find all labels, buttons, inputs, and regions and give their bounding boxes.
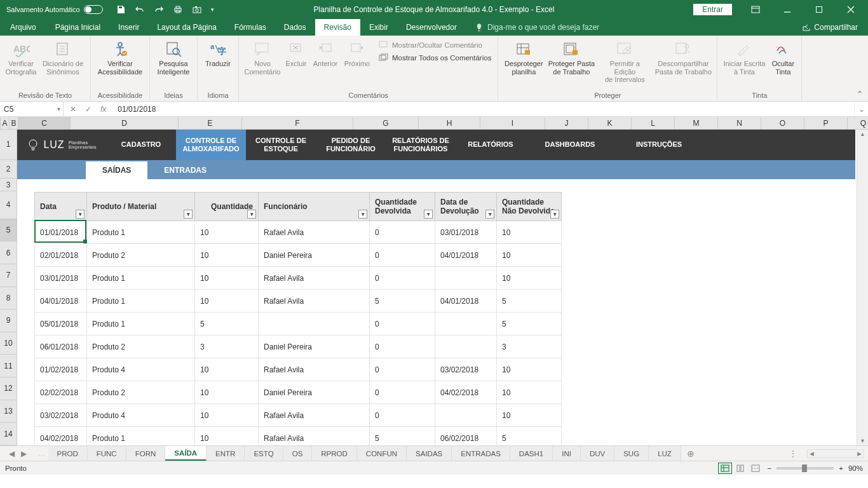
cell-func[interactable]: Rafael Avila [259,404,370,427]
cancel-formula-icon[interactable]: ✕ [70,105,76,114]
sheet-nav-next-icon[interactable]: ▶ [21,449,27,458]
column-header[interactable]: G [353,117,419,129]
cell-func[interactable]: Daniel Pereira [259,244,370,267]
cell-qd[interactable]: 0 [370,267,435,290]
row-header[interactable]: 8 [0,287,17,310]
undo-icon[interactable] [135,4,145,15]
tab-view[interactable]: Exibir [360,19,397,36]
cell-qt[interactable]: 5 [195,313,259,336]
smart-lookup-button[interactable]: Pesquisa Inteligente [154,38,193,76]
sheet-tab[interactable]: ENTRADAS [452,446,510,461]
sheet-tab[interactable]: DASH1 [510,446,553,461]
view-normal-icon[interactable] [718,463,732,474]
cell-data[interactable]: 03/02/2018 [35,404,87,427]
sheet-nav-prev-icon[interactable]: ◀ [9,449,15,458]
view-page-layout-icon[interactable] [733,463,747,474]
filter-icon[interactable]: ▾ [358,210,367,219]
zoom-level[interactable]: 90% [848,464,863,472]
zoom-in-icon[interactable]: + [839,464,843,472]
cell-prod[interactable]: Produto 1 [87,221,195,244]
table-row[interactable]: 01/02/2018Produto 410Rafael Avila003/02/… [35,358,562,381]
cell-qnd[interactable]: 5 [497,290,562,313]
nav-dashboards[interactable]: DASHBOARDS [526,130,614,160]
translate-button[interactable]: a字 Traduzir [201,38,234,68]
cell-dd[interactable]: 03/01/2018 [435,221,497,244]
cell-qd[interactable]: 0 [370,381,435,404]
sheet-tab[interactable]: SAIDAS [407,446,452,461]
cell-func[interactable]: Rafael Avila [259,267,370,290]
cell-qnd[interactable]: 5 [497,427,562,446]
column-header[interactable]: B [10,117,18,129]
cell-prod[interactable]: Produto 1 [87,427,195,446]
table-row[interactable]: 03/02/2018Produto 410Rafael Avila010 [35,404,562,427]
accept-formula-icon[interactable]: ✓ [85,105,92,114]
filter-icon[interactable]: ▾ [76,210,85,219]
redo-icon[interactable] [154,4,164,15]
filter-icon[interactable]: ▾ [485,210,494,219]
tab-insert[interactable]: Inserir [109,19,148,36]
sheet-tab[interactable]: DUV [581,446,614,461]
expand-formula-bar-icon[interactable]: ⌄ [854,102,868,116]
sheet-tab[interactable]: LUZ [649,446,681,461]
row-header[interactable]: 9 [0,309,17,332]
column-header[interactable]: K [588,117,632,129]
cell-func[interactable]: Rafael Avila [259,358,370,381]
cell-qd[interactable]: 0 [370,404,435,427]
cell-dd[interactable] [435,336,497,358]
cell-qnd[interactable]: 10 [497,221,562,244]
cell-dd[interactable]: 04/01/2018 [435,290,497,313]
column-header[interactable]: E [179,117,242,129]
subtab-entradas[interactable]: ENTRADAS [147,161,223,179]
cell-qt[interactable]: 10 [195,381,259,404]
allow-edit-ranges-button[interactable]: Permitir a Edição de Intervalos [597,38,652,84]
row-header[interactable]: 13 [0,400,17,423]
sheet-scroll-prev-icon[interactable]: … [36,450,48,458]
column-header[interactable]: L [632,117,675,129]
cell-data[interactable]: 03/01/2018 [35,267,87,290]
protect-workbook-button[interactable]: Proteger Pasta de Trabalho [546,38,596,76]
nav-controle-estoque[interactable]: CONTROLE DEESTOQUE [246,130,316,160]
cell-qd[interactable]: 0 [370,336,435,358]
show-all-comments-button[interactable]: Mostrar Todos os Comentários [376,52,494,64]
column-header[interactable]: P [804,117,848,129]
sheet-tab[interactable]: FORN [126,446,166,461]
cell-qt[interactable]: 10 [195,358,259,381]
accessibility-button[interactable]: Verificar Acessibilidade [95,38,146,76]
header-data-devolucao[interactable]: Data de Devolução▾ [435,193,497,221]
cell-func[interactable]: Daniel Pereira [259,381,370,404]
sheet-tab[interactable]: FUNC [88,446,126,461]
cell-qt[interactable]: 10 [195,290,259,313]
row-header[interactable]: 4 [0,191,17,219]
sheet-tab[interactable]: RPROD [312,446,357,461]
new-sheet-button[interactable]: ⊕ [681,449,700,459]
horizontal-scrollbar[interactable]: ◀▶ [807,449,864,458]
spelling-button[interactable]: ABC Verificar Ortografia [4,38,38,76]
header-produto[interactable]: Produto / Material▾ [87,193,195,221]
cell-dd[interactable]: 03/02/2018 [435,358,497,381]
column-header[interactable]: Q [848,117,868,129]
column-header[interactable]: I [480,117,545,129]
camera-icon[interactable] [192,4,202,15]
signin-button[interactable]: Entrar [693,4,732,15]
nav-cadastro[interactable]: CADASTRO [106,130,176,160]
cell-dd[interactable] [435,267,497,290]
sheet-tab[interactable]: SUG [614,446,649,461]
filter-icon[interactable]: ▾ [247,210,256,219]
minimize-icon[interactable] [773,0,802,19]
tab-review[interactable]: Revisão [315,19,360,36]
cell-func[interactable] [259,313,370,336]
cell-data[interactable]: 04/01/2018 [35,290,87,313]
filter-icon[interactable]: ▾ [184,210,193,219]
column-header[interactable]: N [718,117,761,129]
fx-icon[interactable]: fx [100,105,106,114]
nav-pedido-funcionario[interactable]: PEDIDO DEFUNCIONÁRIO [316,130,386,160]
sheet-tab[interactable]: PROD [48,446,88,461]
filter-icon[interactable]: ▾ [424,210,433,219]
tab-developer[interactable]: Desenvolvedor [397,19,466,36]
cell-qnd[interactable]: 10 [497,381,562,404]
share-button[interactable]: Compartilhar [792,19,868,36]
cell-qnd[interactable]: 10 [497,267,562,290]
cell-data[interactable]: 01/02/2018 [35,358,87,381]
sheet-tab[interactable]: SAÍDA [165,446,207,461]
cell-qt[interactable]: 10 [195,221,259,244]
